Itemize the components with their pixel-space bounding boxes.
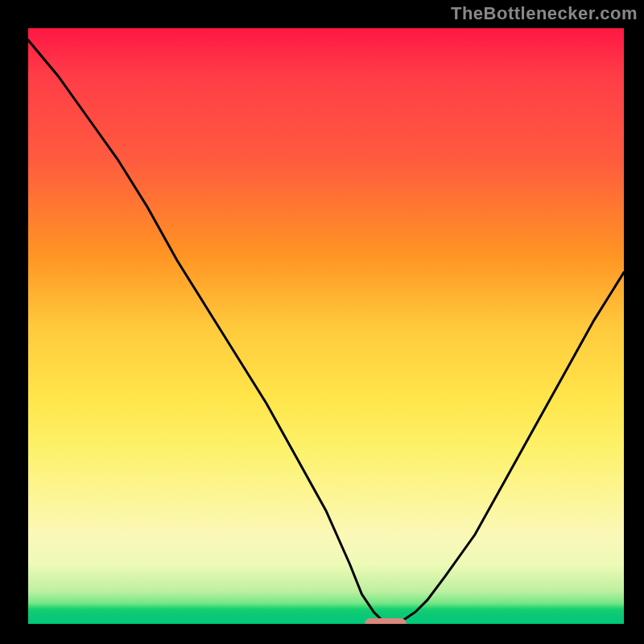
watermark-text: TheBottlenecker.com [451, 3, 638, 24]
bottleneck-curve [28, 40, 624, 624]
curve-layer [28, 28, 624, 624]
chart-frame: TheBottlenecker.com [0, 0, 644, 644]
optimal-marker [365, 618, 407, 624]
plot-area [28, 28, 624, 624]
